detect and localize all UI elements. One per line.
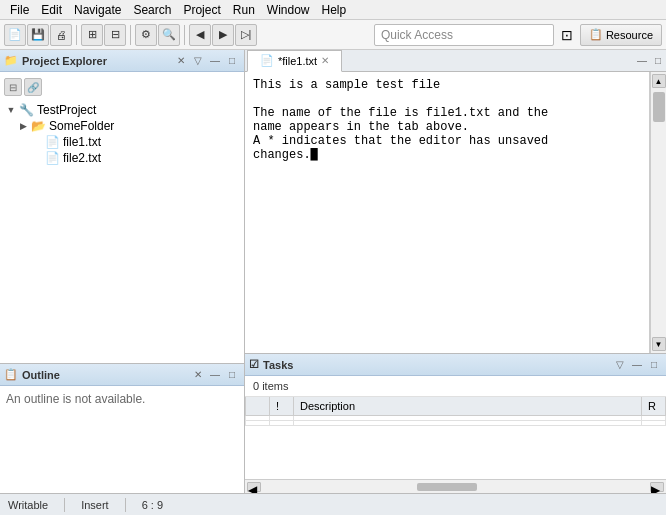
panel-controls: ✕ ▽ — □: [173, 53, 240, 69]
maximize-view-button[interactable]: □: [224, 53, 240, 69]
new-button[interactable]: 📄: [4, 24, 26, 46]
scroll-down-arrow[interactable]: ▼: [652, 337, 666, 351]
scroll-right-arrow[interactable]: ▶: [650, 482, 664, 492]
menu-project[interactable]: Project: [177, 1, 226, 19]
tasks-dropdown-button[interactable]: ▽: [612, 357, 628, 373]
statusbar-sep-1: [64, 498, 65, 512]
left-panel: 📁 Project Explorer ✕ ▽ — □ ⊟ 🔗 ▼: [0, 50, 245, 493]
menu-file[interactable]: File: [4, 1, 35, 19]
editor-tab-icon: 📄: [260, 54, 274, 67]
menu-help[interactable]: Help: [316, 1, 353, 19]
save-button[interactable]: 💾: [27, 24, 49, 46]
outline-min-button[interactable]: —: [207, 367, 223, 383]
print-button[interactable]: 🖨: [50, 24, 72, 46]
main-area: 📁 Project Explorer ✕ ▽ — □ ⊟ 🔗 ▼: [0, 50, 666, 493]
forward-button[interactable]: ▶: [212, 24, 234, 46]
tree-file2[interactable]: ▶ 📄 file2.txt: [4, 150, 240, 166]
toolbar-sep-2: [130, 25, 131, 45]
editor-tab-label: *file1.txt: [278, 55, 317, 67]
tasks-icon: ☑: [249, 358, 259, 371]
scroll-h-thumb[interactable]: [417, 483, 477, 491]
right-panel: 📄 *file1.txt ✕ — □ This is a sample test…: [245, 50, 666, 493]
editor-content[interactable]: This is a sample test file The name of t…: [245, 72, 650, 353]
tasks-col-3: Description: [294, 397, 642, 416]
minimize-panel-button[interactable]: ✕: [173, 53, 189, 69]
resource-button[interactable]: 📋 Resource: [580, 24, 662, 46]
outline-icon: 📋: [4, 368, 18, 381]
tree-file1[interactable]: ▶ 📄 file1.txt: [4, 134, 240, 150]
project-explorer-title: 📁 Project Explorer: [4, 54, 173, 67]
toolbar-sep-1: [76, 25, 77, 45]
project-explorer-panel: 📁 Project Explorer ✕ ▽ — □ ⊟ 🔗 ▼: [0, 50, 244, 363]
resource-label: Resource: [606, 29, 653, 41]
editor-tabs: 📄 *file1.txt ✕ — □: [245, 50, 666, 72]
tasks-title: ☑ Tasks: [249, 358, 612, 371]
quick-access-label: Quick Access: [381, 28, 453, 42]
columns-button[interactable]: ⊟: [104, 24, 126, 46]
tasks-scrollbar-horizontal[interactable]: ◀ ▶: [245, 479, 666, 493]
maximize-button[interactable]: ⊡: [556, 24, 578, 46]
menu-search[interactable]: Search: [127, 1, 177, 19]
scroll-up-arrow[interactable]: ▲: [652, 74, 666, 88]
outline-panel: 📋 Outline ✕ — □ An outline is not availa…: [0, 363, 244, 493]
tree-view: ⊟ 🔗 ▼ 🔧 TestProject ▶ 📂 SomeFolder ▶: [0, 72, 244, 363]
link-editor-button[interactable]: 🔗: [24, 78, 42, 96]
project-root-icon: 🔧: [19, 103, 34, 117]
tree-arrow-folder: ▶: [18, 121, 28, 131]
scroll-left-arrow[interactable]: ◀: [247, 482, 261, 492]
editor-min-button[interactable]: —: [634, 53, 650, 69]
tasks-count: 0 items: [245, 376, 666, 397]
tasks-max-button[interactable]: □: [646, 357, 662, 373]
outline-header: 📋 Outline ✕ — □: [0, 364, 244, 386]
outline-controls: ✕ — □: [190, 367, 240, 383]
panel-menu-button[interactable]: ▽: [190, 53, 206, 69]
scroll-track[interactable]: [652, 88, 666, 337]
status-writable: Writable: [8, 499, 48, 511]
editor-tab-file1[interactable]: 📄 *file1.txt ✕: [247, 50, 342, 72]
toolbar-sep-3: [184, 25, 185, 45]
quick-access-box: Quick Access: [374, 24, 554, 46]
tasks-cell-8: [642, 421, 666, 426]
editor-max-button[interactable]: □: [650, 53, 666, 69]
outline-max-button[interactable]: □: [224, 367, 240, 383]
toolbar: 📄 💾 🖨 ⊞ ⊟ ⚙ 🔍 ◀ ▶ ▷| Quick Access ⊡ 📋 Re…: [0, 20, 666, 50]
menu-run[interactable]: Run: [227, 1, 261, 19]
tasks-header: ☑ Tasks ▽ — □: [245, 354, 666, 376]
properties-button[interactable]: ⊞: [81, 24, 103, 46]
tasks-col-1: [246, 397, 270, 416]
project-root-label: TestProject: [37, 103, 96, 117]
menu-window[interactable]: Window: [261, 1, 316, 19]
tree-folder-somefolder[interactable]: ▶ 📂 SomeFolder: [4, 118, 240, 134]
tasks-cell-7: [294, 421, 642, 426]
project-explorer-header: 📁 Project Explorer ✕ ▽ — □: [0, 50, 244, 72]
outline-content: An outline is not available.: [0, 386, 244, 493]
file2-icon: 📄: [45, 151, 60, 165]
scroll-thumb[interactable]: [653, 92, 665, 122]
tree-arrow-root: ▼: [6, 105, 16, 115]
next-button[interactable]: ▷|: [235, 24, 257, 46]
editor-tab-close[interactable]: ✕: [321, 55, 329, 66]
tree-project-root[interactable]: ▼ 🔧 TestProject: [4, 102, 240, 118]
minimize-view-button[interactable]: —: [207, 53, 223, 69]
outline-close-button[interactable]: ✕: [190, 367, 206, 383]
menubar: File Edit Navigate Search Project Run Wi…: [0, 0, 666, 20]
tasks-row-2: [246, 421, 666, 426]
scroll-h-track[interactable]: [261, 482, 650, 492]
tasks-controls: ▽ — □: [612, 357, 662, 373]
settings-button[interactable]: ⚙: [135, 24, 157, 46]
project-explorer-icon: 📁: [4, 54, 18, 67]
folder-label: SomeFolder: [49, 119, 114, 133]
tasks-col-2: !: [270, 397, 294, 416]
back-button[interactable]: ◀: [189, 24, 211, 46]
menu-navigate[interactable]: Navigate: [68, 1, 127, 19]
tasks-min-button[interactable]: —: [629, 357, 645, 373]
outline-title: 📋 Outline: [4, 368, 190, 381]
file1-icon: 📄: [45, 135, 60, 149]
collapse-all-button[interactable]: ⊟: [4, 78, 22, 96]
resource-icon: 📋: [589, 28, 603, 41]
menu-edit[interactable]: Edit: [35, 1, 68, 19]
search-button[interactable]: 🔍: [158, 24, 180, 46]
statusbar: Writable Insert 6 : 9: [0, 493, 666, 515]
tasks-panel: ☑ Tasks ▽ — □ 0 items ! Description: [245, 353, 666, 493]
editor-scrollbar-vertical[interactable]: ▲ ▼: [650, 72, 666, 353]
